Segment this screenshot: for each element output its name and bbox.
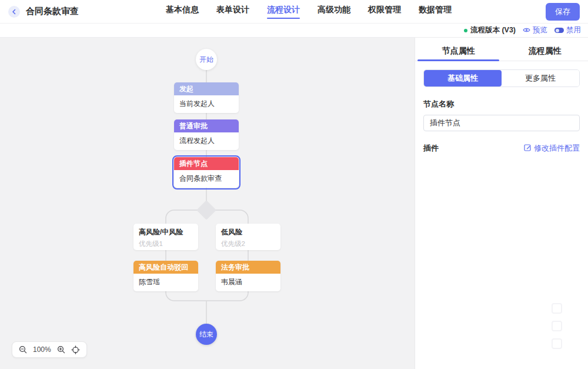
initiate-node-title: 发起 [174,82,239,95]
tab-node-properties[interactable]: 节点属性 [415,41,502,61]
properties-panel: 节点属性 流程属性 基础属性 更多属性 节点名称 插件 修改插件配置 [415,38,588,369]
status-dot-icon [464,29,467,32]
plugin-label: 插件 [423,143,439,154]
tab-flow-design[interactable]: 流程设计 [267,5,300,19]
ghost-button [552,303,562,314]
approval-node-title: 普通审批 [174,119,239,132]
zoom-in-button[interactable] [57,345,65,354]
segment-basic-properties[interactable]: 基础属性 [424,70,502,87]
approval-node[interactable]: 普通审批 流程发起人 [174,119,239,150]
app-header: 合同条款审查 基本信息 表单设计 流程设计 高级功能 权限管理 数据管理 保存 [0,0,588,24]
panel-body: 基础属性 更多属性 节点名称 插件 修改插件配置 [415,61,588,162]
edit-plugin-config-label: 修改插件配置 [534,143,580,154]
tab-permissions[interactable]: 权限管理 [368,5,401,19]
zoom-toolbar: 100% [12,341,87,358]
preview-label: 预览 [533,25,547,35]
tab-form-design[interactable]: 表单设计 [216,5,249,19]
flow-canvas[interactable]: 开始 发起 当前发起人 普通审批 流程发起人 插件节点 合同条款审查 高风险/中… [0,38,415,369]
condition-node-low-risk[interactable]: 低风险 优先级2 [216,224,280,250]
disable-toggle[interactable]: 禁用 [554,25,581,35]
auto-reject-node-body: 陈雪瑶 [133,274,198,291]
tab-flow-properties[interactable]: 流程属性 [502,41,588,61]
ghost-buttons [552,303,562,349]
tab-basic-info[interactable]: 基本信息 [166,5,199,19]
edit-plugin-config-link[interactable]: 修改插件配置 [524,143,580,154]
zoom-level: 100% [33,345,51,354]
legal-approval-node-title: 法务审批 [216,261,280,274]
preview-button[interactable]: 预览 [523,25,547,35]
toggle-icon [554,28,564,33]
property-segments: 基础属性 更多属性 [423,69,580,87]
disable-label: 禁用 [566,25,581,35]
version-status: 流程版本 (V3) [464,25,516,35]
tab-advanced[interactable]: 高级功能 [318,5,350,19]
chevron-left-icon [11,6,17,17]
ghost-button [552,321,562,331]
version-label: 流程版本 (V3) [470,25,516,35]
condition-node-high-risk[interactable]: 高风险/中风险 优先级1 [133,224,198,250]
node-name-label: 节点名称 [423,99,580,109]
ghost-button [552,338,562,349]
tab-data-management[interactable]: 数据管理 [419,5,452,19]
condition-priority: 优先级2 [221,240,275,248]
end-node[interactable]: 结束 [196,324,217,345]
page-title: 合同条款审查 [26,6,79,17]
condition-priority: 优先级1 [139,240,193,248]
back-button[interactable] [8,6,20,18]
condition-title: 高风险/中风险 [139,227,193,237]
plugin-node-title: 插件节点 [174,157,239,170]
version-bar: 流程版本 (V3) 预览 禁用 [0,24,588,38]
edit-square-icon [524,144,532,153]
plugin-row: 插件 修改插件配置 [423,143,580,154]
segment-more-properties[interactable]: 更多属性 [502,70,579,87]
save-button[interactable]: 保存 [546,3,580,21]
initiate-node-body: 当前发起人 [174,95,239,113]
auto-reject-node-title: 高风险自动驳回 [133,261,198,274]
auto-reject-node[interactable]: 高风险自动驳回 陈雪瑶 [133,261,198,291]
gateway-diamond-icon [196,200,216,220]
initiate-node[interactable]: 发起 当前发起人 [174,82,239,113]
approval-node-body: 流程发起人 [174,132,239,150]
node-name-input[interactable] [423,115,580,131]
plugin-node[interactable]: 插件节点 合同条款审查 [174,157,239,188]
plugin-node-body: 合同条款审查 [174,170,239,188]
fit-view-button[interactable] [71,345,80,354]
start-node[interactable]: 开始 [196,49,217,70]
condition-title: 低风险 [221,227,275,237]
eye-icon [523,26,530,35]
panel-tabs: 节点属性 流程属性 [415,41,588,61]
zoom-out-button[interactable] [19,345,27,354]
main-area: 开始 发起 当前发起人 普通审批 流程发起人 插件节点 合同条款审查 高风险/中… [0,38,588,369]
legal-approval-node-body: 韦晨涵 [216,274,280,291]
header-tabs: 基本信息 表单设计 流程设计 高级功能 权限管理 数据管理 [166,5,452,19]
legal-approval-node[interactable]: 法务审批 韦晨涵 [216,261,280,291]
